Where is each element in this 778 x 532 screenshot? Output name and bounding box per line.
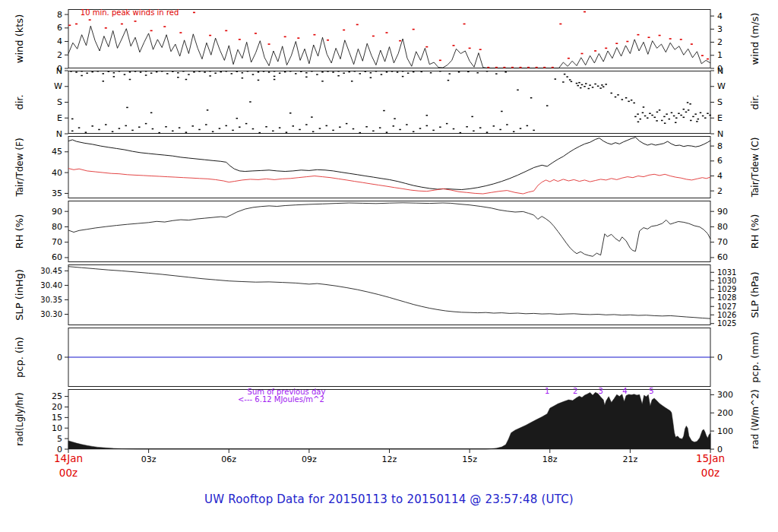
svg-text:4: 4 [717,11,723,21]
svg-text:Tair/Tdew (F): Tair/Tdew (F) [14,138,25,197]
svg-text:4: 4 [57,36,62,46]
svg-text:21z: 21z [622,454,637,464]
svg-text:90: 90 [717,207,728,217]
svg-text:30.35: 30.35 [40,296,62,304]
svg-text:0: 0 [57,353,62,363]
svg-text:70: 70 [717,237,728,247]
svg-text:3: 3 [717,24,723,34]
svg-text:40: 40 [52,168,62,178]
panel-temperature-dewpoint: 3540452468Tair/Tdew (F)Tair/Tdew (C) [0,136,778,198]
svg-text:20: 20 [52,402,62,412]
svg-text:2: 2 [717,37,723,47]
svg-text:4: 4 [622,387,627,395]
svg-text:03z: 03z [141,454,157,464]
svg-text:30.40: 30.40 [40,281,62,290]
svg-text:25: 25 [52,391,62,401]
svg-text:09z: 09z [302,454,317,464]
svg-text:E: E [57,113,62,123]
svg-text:1: 1 [717,50,723,60]
svg-text:30.30: 30.30 [40,310,62,318]
svg-text:35: 35 [52,188,62,198]
svg-text:1030: 1030 [717,277,736,285]
svg-text:80: 80 [52,222,62,232]
svg-text:200: 200 [717,408,733,418]
svg-text:18z: 18z [542,454,558,464]
svg-text:80: 80 [717,222,728,232]
svg-text:E: E [717,113,723,123]
svg-text:wind (m/s): wind (m/s) [749,13,761,65]
svg-text:dir.: dir. [14,94,25,109]
svg-text:2: 2 [57,50,62,60]
svg-text:90: 90 [52,207,62,217]
panel-wind-direction: NESWNNESWNdir.dir. [0,71,778,134]
svg-text:1029: 1029 [717,285,736,293]
svg-text:100: 100 [717,426,733,436]
svg-text:00z: 00z [701,467,719,479]
svg-text:60: 60 [52,252,62,262]
svg-text:00z: 00z [59,467,77,479]
svg-text:wind (kts): wind (kts) [14,14,25,63]
svg-text:1: 1 [545,387,549,395]
meteogram-figure: 0246801234wind (kts)wind (m/s)10 min. pe… [0,0,778,532]
svg-text:6: 6 [57,23,62,33]
svg-text:06z: 06z [221,454,236,464]
svg-text:S: S [57,97,62,107]
svg-text:15Jan: 15Jan [696,452,725,464]
svg-text:0: 0 [717,353,723,363]
svg-text:15z: 15z [462,454,477,464]
svg-text:300: 300 [717,390,733,400]
svg-text:pcp. (mm): pcp. (mm) [749,331,761,382]
svg-text:1028: 1028 [717,293,736,302]
svg-text:rad(Lgly/hr): rad(Lgly/hr) [14,392,25,446]
svg-text:8: 8 [717,141,723,151]
svg-text:Tair/Tdew (C): Tair/Tdew (C) [750,138,761,198]
svg-text:2: 2 [573,387,577,395]
svg-text:14Jan: 14Jan [54,452,83,464]
svg-text:10: 10 [52,423,62,433]
svg-text:8: 8 [57,10,62,20]
svg-text:15: 15 [52,413,62,423]
svg-text:dir.: dir. [749,94,761,109]
svg-text:60: 60 [717,252,728,262]
panel-sea-level-pressure: 30.3030.3530.4030.4510251026102710281029… [0,264,778,325]
svg-text:10 min. peak winds in red: 10 min. peak winds in red [81,8,179,17]
svg-text:3: 3 [598,387,602,395]
svg-text:pcp. (in): pcp. (in) [14,337,25,378]
svg-text:5: 5 [649,387,653,395]
svg-text:5: 5 [57,434,62,444]
x-axis: 14Jan00z03z06z09z12z15z18z21z15Jan00z [0,450,778,488]
svg-text:W: W [717,81,726,91]
svg-text:4: 4 [717,171,723,181]
svg-text:SLP (inHg): SLP (inHg) [14,269,25,321]
figure-title: UW Rooftop Data for 20150113 to 20150114… [0,492,778,506]
svg-text:N: N [56,66,62,76]
svg-text:Sum of previous day: Sum of previous day [248,388,326,396]
svg-text:1027: 1027 [717,302,736,311]
panel-precipitation: 00pcp. (in)pcp. (mm) [0,328,778,387]
svg-text:<--- 6.12 MJoules/m^2: <--- 6.12 MJoules/m^2 [238,395,324,404]
svg-text:2: 2 [717,186,723,196]
panel-relative-humidity: 6070809060708090RH (%)RH (%) [0,201,778,262]
svg-text:SLP (hPa): SLP (hPa) [749,271,761,318]
svg-text:N: N [717,66,723,76]
svg-text:S: S [717,97,723,107]
svg-text:rad (W/m^2): rad (W/m^2) [750,389,761,448]
svg-text:45: 45 [52,147,62,157]
svg-text:1026: 1026 [717,311,736,319]
svg-text:1031: 1031 [717,268,736,277]
svg-text:1025: 1025 [717,319,736,328]
svg-text:RH (%): RH (%) [14,214,25,249]
panel-wind-speed: 0246801234wind (kts)wind (m/s)10 min. pe… [0,9,778,68]
svg-text:70: 70 [52,237,62,247]
svg-text:30.45: 30.45 [40,267,62,275]
svg-text:W: W [54,81,62,91]
svg-text:12z: 12z [382,454,397,464]
svg-text:6: 6 [717,156,723,166]
svg-text:RH (%): RH (%) [749,214,761,249]
panel-solar-radiation: 05101520250100200300rad(Lgly/hr)rad (W/m… [0,389,778,449]
